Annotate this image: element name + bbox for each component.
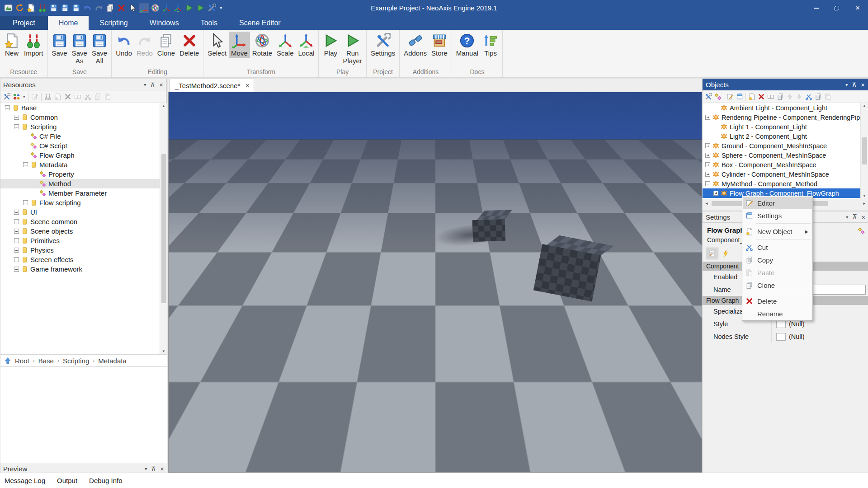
tree-item[interactable]: Metadata [0, 160, 167, 169]
close-button[interactable]: × [847, 0, 868, 16]
menu-item-cut[interactable]: Cut [743, 241, 812, 253]
scroll-up-icon[interactable]: ▲ [162, 104, 165, 108]
resource-type-icon[interactable] [714, 93, 722, 100]
addons-button[interactable]: Addons [401, 32, 429, 58]
expand-icon[interactable] [14, 267, 19, 272]
close-icon[interactable]: × [861, 81, 865, 88]
tree-item[interactable]: Screen effects [0, 255, 167, 264]
tree-item[interactable]: Flow scripting [0, 198, 167, 207]
expand-icon[interactable] [14, 115, 19, 120]
tree-item[interactable]: Box - Component_MeshInSpace [703, 160, 868, 169]
tree-item[interactable]: Flow Graph [0, 150, 167, 160]
pin-icon[interactable]: ⊼ [852, 80, 857, 89]
rotate-button[interactable]: Rotate [250, 32, 274, 58]
filter-shapes-icon[interactable] [13, 93, 20, 100]
tree-item[interactable]: C# Script [0, 141, 167, 150]
tree-item[interactable]: Scene objects [0, 226, 167, 236]
move-button[interactable]: Move [229, 32, 250, 58]
menu-item-clone[interactable]: Clone [743, 279, 812, 291]
scene-cylinder-object[interactable] [533, 233, 603, 302]
pin-icon[interactable]: ⊼ [151, 465, 156, 473]
tab-scripting[interactable]: Scripting [89, 16, 138, 30]
tools-options-icon[interactable] [3, 93, 10, 100]
new-button[interactable]: New [2, 32, 22, 58]
tab-project[interactable]: Project [0, 16, 48, 30]
tree-item[interactable]: Member Parameter [0, 188, 167, 198]
properties-tab-button[interactable] [706, 248, 718, 259]
tree-item[interactable]: Sphere - Component_MeshInSpace [703, 150, 868, 160]
tree-item[interactable]: Scene common [0, 217, 167, 226]
tab-message-log[interactable]: Message Log [5, 477, 45, 484]
rename-icon[interactable] [767, 93, 774, 100]
expand-icon[interactable] [705, 153, 710, 158]
tools-options-icon[interactable] [705, 93, 712, 100]
tab-tools[interactable]: Tools [190, 16, 228, 30]
save-all-icon[interactable] [71, 3, 81, 13]
tab-debug-info[interactable]: Debug Info [89, 477, 122, 484]
expand-icon[interactable] [705, 162, 710, 167]
rotate-tool-icon[interactable] [151, 3, 160, 13]
up-level-icon[interactable] [4, 357, 11, 364]
pin-icon[interactable]: ⊼ [852, 213, 857, 221]
cut-icon[interactable] [805, 93, 812, 100]
tree-item[interactable]: Cylinder - Component_MeshInSpace [703, 169, 868, 179]
tree-item[interactable]: Base [0, 103, 167, 113]
collapse-icon[interactable] [5, 105, 10, 110]
scale-button[interactable]: Scale [274, 32, 296, 58]
settings-window-icon[interactable] [736, 93, 743, 100]
tree-item[interactable]: Light 1 - Component_Light [703, 122, 868, 131]
expand-icon[interactable] [14, 229, 19, 234]
copy-icon[interactable] [815, 93, 822, 100]
project-settings-button[interactable]: Settings [368, 32, 397, 58]
expand-icon[interactable] [14, 257, 19, 262]
qat-customize-chevron-icon[interactable]: ▾ [218, 5, 224, 11]
tree-item[interactable]: MyMethod - Component_Method [703, 179, 868, 188]
tree-item[interactable]: Property [0, 169, 167, 179]
menu-item-copy[interactable]: Copy [743, 253, 812, 266]
delete-button[interactable]: Delete [177, 32, 201, 58]
scene-viewport[interactable] [168, 92, 702, 473]
nodes-style-value-button[interactable] [776, 333, 786, 341]
clone-icon[interactable] [105, 3, 115, 13]
collapse-icon[interactable] [14, 124, 19, 129]
menu-item-settings[interactable]: Settings [743, 209, 812, 222]
undo-button[interactable]: Undo [113, 32, 134, 58]
tree-item[interactable]: Physics [0, 245, 167, 255]
tree-item[interactable]: Ground - Component_MeshInSpace [703, 141, 868, 150]
undo-icon[interactable] [83, 3, 92, 13]
breadcrumb-item[interactable]: Root [15, 357, 29, 365]
tree-item[interactable]: Primitives [0, 236, 167, 245]
resources-tree-scrollbar[interactable]: ▲ ▼ [160, 103, 167, 354]
clone-button[interactable]: Clone [155, 32, 177, 58]
menu-item-new-object[interactable]: New Object▶ [743, 225, 812, 238]
objects-tree-scrollbar[interactable]: ▲ ▼ [860, 103, 868, 199]
tree-item[interactable]: Scripting [0, 122, 167, 131]
scroll-up-icon[interactable]: ▲ [863, 104, 866, 108]
scrollbar-thumb[interactable] [161, 154, 166, 303]
tab-home[interactable]: Home [48, 16, 89, 30]
edit-icon[interactable] [726, 93, 734, 100]
save-as-button[interactable]: Save As [70, 32, 90, 66]
breadcrumb-item[interactable]: Scripting [63, 357, 89, 365]
pin-icon[interactable]: ⊼ [150, 80, 155, 89]
play-icon[interactable] [184, 3, 194, 13]
close-icon[interactable]: × [861, 214, 865, 221]
manual-button[interactable]: Manual [454, 32, 481, 58]
menu-item-delete[interactable]: Delete [743, 295, 812, 307]
minimize-button[interactable] [806, 0, 826, 16]
settings-tools-icon[interactable] [207, 3, 217, 13]
panel-menu-chevron-icon[interactable]: ▾ [145, 466, 147, 471]
scene-box-object[interactable] [472, 210, 505, 242]
new-object-icon[interactable] [748, 93, 755, 100]
panel-menu-chevron-icon[interactable]: ▾ [846, 215, 848, 220]
expand-icon[interactable] [23, 200, 28, 205]
tree-item[interactable]: Rendering Pipeline - Component_Rendering… [703, 113, 868, 122]
tree-item[interactable]: Ambient Light - Component_Light [703, 103, 868, 113]
breadcrumb-item[interactable]: Metadata [98, 357, 127, 365]
expand-icon[interactable] [705, 143, 710, 148]
scene-sphere-object[interactable] [250, 288, 323, 361]
close-icon[interactable]: × [160, 465, 164, 472]
tips-button[interactable]: Tips [481, 32, 500, 58]
save-button[interactable]: Save [50, 32, 70, 58]
style-value-button[interactable] [776, 320, 786, 328]
